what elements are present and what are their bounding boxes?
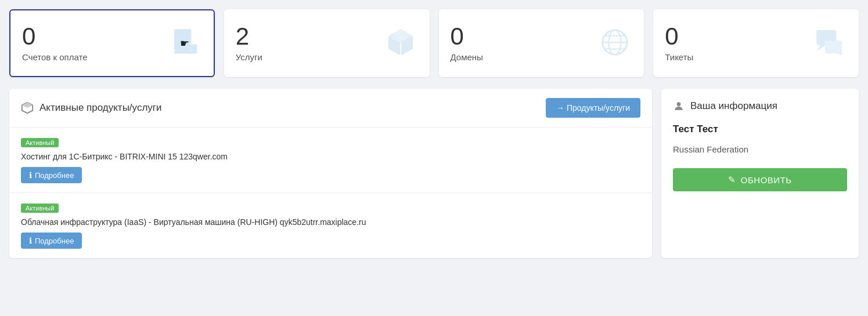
services-label: Услуги bbox=[236, 52, 262, 62]
svg-marker-17 bbox=[838, 53, 842, 55]
product-1-detail-button[interactable]: ℹ Подробнее bbox=[21, 167, 82, 183]
services-count: 2 bbox=[236, 24, 262, 49]
svg-marker-19 bbox=[22, 103, 33, 108]
tickets-count: 0 bbox=[665, 24, 693, 49]
chat-icon bbox=[815, 27, 845, 60]
domains-label: Домены bbox=[451, 52, 483, 62]
svg-point-20 bbox=[677, 102, 681, 106]
invoices-card[interactable]: 0 Счетов к оплате ☛ bbox=[9, 9, 215, 77]
invoices-card-left: 0 Счетов к оплате bbox=[22, 24, 88, 62]
globe-icon bbox=[600, 27, 630, 60]
user-name: Тест Тест bbox=[673, 124, 847, 135]
main-row: Активные продукты/услуги → Продукты/услу… bbox=[9, 89, 859, 258]
product-2-badge: Активный bbox=[21, 204, 59, 213]
panel-title: Активные продукты/услуги bbox=[21, 101, 162, 114]
panel-header: Активные продукты/услуги → Продукты/услу… bbox=[9, 89, 652, 128]
info-circle-icon: ℹ bbox=[29, 170, 32, 180]
tickets-label: Тикеты bbox=[665, 52, 693, 62]
panel-title-text: Активные продукты/услуги bbox=[39, 102, 162, 114]
product-item-2: Активный Облачная инфраструктура (IaaS) … bbox=[9, 193, 652, 258]
domains-count: 0 bbox=[451, 24, 483, 49]
domains-card-left: 0 Домены bbox=[451, 24, 483, 62]
product-2-detail-button[interactable]: ℹ Подробнее bbox=[21, 233, 82, 249]
products-button[interactable]: → Продукты/услуги bbox=[546, 98, 640, 118]
product-1-name: Хостинг для 1С-Битрикс - BITRIX-MINI 15 … bbox=[21, 152, 640, 161]
top-cards-row: 0 Счетов к оплате ☛ 2 Услуги bbox=[9, 9, 859, 77]
invoices-count: 0 bbox=[22, 24, 88, 49]
product-2-name: Облачная инфраструктура (IaaS) - Виртуал… bbox=[21, 217, 640, 227]
tickets-card-left: 0 Тикеты bbox=[665, 24, 693, 62]
cursor-icon: ☛ bbox=[180, 37, 189, 50]
domains-icon-wrap bbox=[597, 26, 632, 61]
info-circle-icon-2: ℹ bbox=[29, 236, 32, 245]
invoices-icon-wrap: ☛ bbox=[167, 26, 202, 61]
product-1-detail-label: Подробнее bbox=[35, 171, 74, 180]
product-item-1: Активный Хостинг для 1С-Битрикс - BITRIX… bbox=[9, 128, 652, 193]
info-header: Ваша информация bbox=[673, 100, 847, 112]
svg-marker-15 bbox=[816, 45, 825, 51]
services-card-left: 2 Услуги bbox=[236, 24, 262, 62]
services-icon-wrap bbox=[383, 26, 418, 61]
box-icon bbox=[386, 27, 416, 60]
tickets-icon-wrap bbox=[812, 26, 847, 61]
invoices-label: Счетов к оплате bbox=[22, 52, 88, 62]
info-header-text: Ваша информация bbox=[690, 100, 777, 112]
user-info-panel: Ваша информация Тест Тест Russian Federa… bbox=[661, 89, 859, 258]
product-2-detail-label: Подробнее bbox=[35, 237, 74, 245]
services-card[interactable]: 2 Услуги bbox=[224, 9, 430, 77]
user-icon bbox=[673, 100, 685, 112]
active-products-panel: Активные продукты/услуги → Продукты/услу… bbox=[9, 89, 652, 258]
svg-rect-16 bbox=[825, 40, 842, 53]
pencil-icon: ✎ bbox=[728, 175, 736, 185]
panel-title-icon bbox=[21, 101, 34, 114]
svg-rect-1 bbox=[177, 34, 189, 35]
update-button-label: ОБНОВИТЬ bbox=[741, 175, 792, 185]
tickets-card[interactable]: 0 Тикеты bbox=[653, 9, 859, 77]
update-button[interactable]: ✎ ОБНОВИТЬ bbox=[673, 168, 847, 191]
domains-card[interactable]: 0 Домены bbox=[439, 9, 644, 77]
user-country: Russian Federation bbox=[673, 144, 847, 154]
product-1-badge: Активный bbox=[21, 138, 59, 147]
